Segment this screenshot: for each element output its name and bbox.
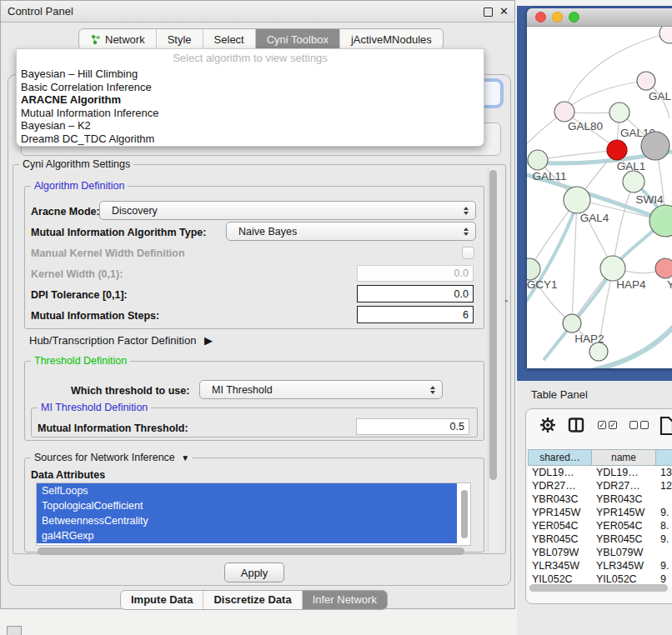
- list-hscrollbar-thumb[interactable]: [38, 548, 464, 555]
- manual-kernel-checkbox[interactable]: [462, 247, 474, 259]
- tab-jactivemnodules[interactable]: jActiveMNodules: [339, 29, 443, 49]
- network-node-gal10[interactable]: [609, 102, 629, 122]
- table-cell[interactable]: 9.: [656, 559, 672, 572]
- column-header[interactable]: [656, 449, 672, 466]
- popup-item[interactable]: Bayesian – K2: [17, 119, 484, 132]
- table-cell[interactable]: 8.: [656, 519, 672, 532]
- document-icon[interactable]: [659, 416, 672, 436]
- control-panel-titlebar[interactable]: Control Panel ✕: [1, 1, 514, 22]
- table-cell[interactable]: YBR043C: [528, 492, 592, 506]
- kernel-width-field[interactable]: 0.0: [357, 265, 474, 282]
- column-browser-icon[interactable]: [568, 417, 584, 433]
- network-node-hap4[interactable]: [600, 256, 625, 281]
- table-cell[interactable]: YPR145W: [592, 506, 656, 519]
- mac-close-icon[interactable]: [535, 12, 546, 22]
- table-row[interactable]: YPR145WYPR145W9.: [528, 506, 672, 519]
- popup-item[interactable]: Dream8 DC_TDC Algorithm: [17, 132, 484, 146]
- mac-minimize-icon[interactable]: [552, 12, 563, 22]
- network-window-titlebar[interactable]: [527, 8, 672, 27]
- table-row[interactable]: YBR045CYBR045C9.: [528, 532, 672, 546]
- tab-discretize-data[interactable]: Discretize Data: [203, 591, 301, 609]
- network-node-gal80[interactable]: [554, 102, 574, 122]
- network-node-gal1[interactable]: [607, 140, 627, 160]
- table-cell[interactable]: 13: [656, 466, 672, 479]
- which-threshold-combo[interactable]: MI Threshold: [199, 380, 443, 399]
- unchecked-checkbox-icon[interactable]: [629, 421, 638, 429]
- network-node-y[interactable]: [655, 258, 672, 278]
- table-row[interactable]: YDL19…YDL19…13: [528, 466, 672, 479]
- network-node-gal[interactable]: [637, 72, 655, 90]
- mi-threshold-field[interactable]: 0.5: [356, 418, 469, 435]
- mi-steps-field[interactable]: 6: [357, 306, 474, 323]
- list-item[interactable]: TopologicalCoefficient: [37, 498, 457, 513]
- table-cell[interactable]: YDR27…: [528, 479, 592, 492]
- popup-item[interactable]: Basic Correlation Inference: [17, 81, 484, 94]
- table-cell[interactable]: YLR345W: [528, 559, 592, 572]
- table-row[interactable]: YER054CYER054C8.: [528, 519, 672, 532]
- panel-collapse-arrow[interactable]: ▸: [505, 298, 509, 304]
- checked-checkbox-icon[interactable]: ✓: [598, 421, 606, 429]
- table-cell[interactable]: YDL19…: [592, 466, 656, 479]
- popup-item-selected[interactable]: ARACNE Algorithm: [17, 93, 484, 107]
- table-cell[interactable]: YER054C: [592, 519, 656, 532]
- mac-zoom-icon[interactable]: [569, 12, 579, 22]
- network-node[interactable]: [589, 342, 608, 361]
- table-cell[interactable]: YBR045C: [528, 532, 592, 546]
- table-cell[interactable]: YBR043C: [592, 492, 656, 506]
- table-cell[interactable]: YDR27…: [592, 479, 656, 492]
- popup-item[interactable]: Bayesian – Hill Climbing: [17, 68, 484, 81]
- network-node-gcy1[interactable]: [527, 258, 540, 280]
- close-icon[interactable]: ✕: [499, 1, 509, 22]
- tab-network[interactable]: Network: [79, 29, 156, 49]
- table-cell[interactable]: YBL079W: [528, 546, 592, 559]
- bottom-left-button[interactable]: [7, 626, 22, 635]
- table-cell[interactable]: YBL079W: [592, 546, 656, 559]
- network-window[interactable]: GALGAL80GAL10GAL1GAL11GAL4SWI4GCY1HAP4YH…: [527, 8, 672, 368]
- network-canvas-wrap[interactable]: GALGAL80GAL10GAL1GAL11GAL4SWI4GCY1HAP4YH…: [527, 27, 672, 368]
- list-item[interactable]: gal4RGexp: [37, 528, 457, 543]
- table-cell[interactable]: 9.: [656, 506, 672, 519]
- table-cell[interactable]: [656, 546, 672, 559]
- attribute-table[interactable]: shared… name YDL19…YDL19…13YDR27…YDR27…1…: [528, 449, 672, 586]
- unchecked-checkbox-icon[interactable]: [640, 421, 649, 429]
- network-node[interactable]: [659, 27, 672, 43]
- table-cell[interactable]: YPR145W: [528, 506, 592, 519]
- network-canvas[interactable]: GALGAL80GAL10GAL1GAL11GAL4SWI4GCY1HAP4YH…: [527, 27, 672, 368]
- column-header[interactable]: shared…: [528, 449, 592, 466]
- popup-item[interactable]: Mutual Information Inference: [17, 107, 484, 120]
- table-cell[interactable]: YBR045C: [592, 532, 656, 546]
- dpi-tolerance-field[interactable]: 0.0: [357, 285, 474, 302]
- data-attributes-list[interactable]: SelfLoops TopologicalCoefficient Between…: [36, 482, 471, 546]
- table-row[interactable]: YDR27…YDR27…12: [528, 479, 672, 492]
- sources-group-title[interactable]: Sources for Network Inference ▼: [31, 452, 193, 463]
- apply-button[interactable]: Apply: [224, 562, 284, 582]
- table-row[interactable]: YBL079WYBL079W: [528, 546, 672, 559]
- tab-impute-data[interactable]: Impute Data: [121, 591, 203, 609]
- mi-type-combo[interactable]: Naive Bayes: [226, 222, 476, 241]
- network-node[interactable]: [623, 171, 644, 192]
- network-node-hap2[interactable]: [563, 314, 581, 332]
- table-cell[interactable]: YLR345W: [592, 559, 656, 572]
- tab-cyni-toolbox[interactable]: Cyni Toolbox: [255, 29, 339, 49]
- table-hscrollbar-thumb[interactable]: [529, 584, 668, 592]
- table-row[interactable]: YLR345WYLR345W9.: [528, 559, 672, 572]
- hub-definition-toggle[interactable]: Hub/Transcription Factor Definition ▶: [29, 334, 213, 347]
- float-window-icon[interactable]: [484, 8, 493, 17]
- table-cell[interactable]: YER054C: [528, 519, 592, 532]
- settings-scrollbar-thumb[interactable]: [489, 170, 497, 480]
- checked-checkbox-icon[interactable]: ✓: [609, 421, 617, 429]
- column-header[interactable]: name: [592, 449, 656, 466]
- list-item[interactable]: SelfLoops: [37, 483, 457, 498]
- network-node-gal11[interactable]: [528, 150, 548, 170]
- network-node[interactable]: [641, 132, 669, 160]
- tab-style[interactable]: Style: [156, 29, 203, 49]
- table-row[interactable]: YBR043CYBR043C: [528, 492, 672, 506]
- list-scrollbar-thumb[interactable]: [461, 490, 468, 538]
- table-cell[interactable]: [656, 492, 672, 506]
- aracne-mode-combo[interactable]: Discovery: [99, 201, 476, 220]
- network-node-gal4[interactable]: [564, 187, 590, 213]
- list-item[interactable]: BetweennessCentrality: [37, 513, 457, 528]
- table-cell[interactable]: 12: [656, 479, 672, 492]
- table-cell[interactable]: YDL19…: [528, 466, 592, 479]
- gear-icon[interactable]: [539, 417, 556, 433]
